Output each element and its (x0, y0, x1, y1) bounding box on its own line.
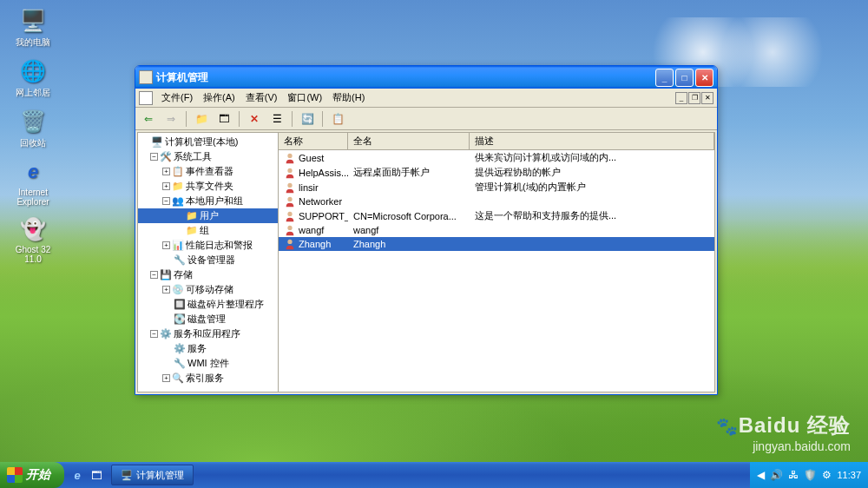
clock[interactable]: 11:37 (837, 470, 861, 480)
col-desc[interactable]: 描述 (470, 133, 714, 149)
task-label: 计算机管理 (136, 469, 184, 482)
tree-device-manager[interactable]: 🔧设备管理器 (138, 253, 278, 267)
expand-icon[interactable]: + (162, 241, 170, 249)
menu-help[interactable]: 帮助(H) (327, 89, 370, 106)
system-tray[interactable]: ◀ 🔊 🖧 🛡️ ⚙ 11:37 (750, 462, 868, 488)
users-list[interactable]: 名称 全名 描述 Guest供来宾访问计算机或访问域的内...HelpAssis… (279, 133, 714, 392)
ql-ie[interactable]: e (69, 466, 85, 484)
tree-defrag[interactable]: 🔲磁盘碎片整理程序 (138, 297, 278, 312)
collapse-icon[interactable]: − (162, 197, 170, 205)
tree-root[interactable]: 🖥️计算机管理(本地) (138, 135, 278, 149)
toolbar: ⇐ ⇒ 📁 🗔 ✕ ☰ 🔄 📋 (135, 108, 717, 130)
svg-point-2 (287, 182, 292, 187)
mdi-restore-button[interactable]: ❐ (688, 92, 700, 104)
properties-button[interactable]: ☰ (267, 109, 286, 129)
mdi-close-button[interactable]: ✕ (701, 92, 713, 104)
desktop-icon-recycle-bin[interactable]: 🗑️ 回收站 (7, 108, 59, 149)
export-button[interactable]: 📋 (328, 109, 347, 129)
tree-disk-management[interactable]: 💽磁盘管理 (138, 312, 278, 326)
taskbar-item-compmgmt[interactable]: 🖥️ 计算机管理 (111, 465, 194, 485)
user-row[interactable]: linsir管理计算机(域)的内置帐户 (279, 180, 714, 195)
tree-removable-storage[interactable]: +💿可移动存储 (138, 282, 278, 297)
expand-icon[interactable]: + (162, 168, 170, 175)
maximize-button[interactable]: □ (675, 69, 694, 87)
tree-indexing[interactable]: +🔍索引服务 (138, 371, 278, 386)
menu-view[interactable]: 查看(V) (240, 89, 283, 106)
titlebar[interactable]: 计算机管理 _ □ ✕ (135, 66, 717, 89)
windows-logo-icon (7, 467, 23, 483)
tree-wmi[interactable]: 🔧WMI 控件 (138, 356, 278, 371)
desktop-icon-ghost[interactable]: 👻 Ghost 32 11.0 (7, 215, 59, 264)
desktop-icon-label: 我的电脑 (7, 36, 59, 49)
tree-storage[interactable]: −💾存储 (138, 267, 278, 282)
col-name[interactable]: 名称 (279, 133, 348, 149)
collapse-icon[interactable]: − (150, 271, 158, 279)
up-button[interactable]: 📁 (192, 109, 211, 129)
task-icon: 🖥️ (121, 470, 133, 481)
removable-icon: 💿 (172, 284, 184, 296)
user-name: Zhangh (299, 239, 331, 249)
tray-icon[interactable]: ◀ (757, 469, 765, 481)
ghost-icon: 👻 (19, 215, 47, 243)
desktop-icon-label: Ghost 32 11.0 (7, 245, 59, 264)
console-tree[interactable]: 🖥️计算机管理(本地) −🛠️系统工具 +📋事件查看器 +📁共享文件夹 −👥本地… (138, 133, 279, 392)
menu-window[interactable]: 窗口(W) (282, 89, 327, 106)
mdi-system-icon[interactable] (139, 91, 153, 105)
expand-icon[interactable]: + (162, 374, 170, 382)
tree-users[interactable]: 📁用户 (138, 208, 278, 223)
tree-event-viewer[interactable]: +📋事件查看器 (138, 164, 278, 179)
user-name: HelpAssis... (299, 168, 348, 178)
quick-launch: e 🗔 (64, 466, 109, 484)
ie-icon: e (19, 158, 47, 186)
gear-icon: ⚙️ (174, 343, 186, 355)
user-row[interactable]: HelpAssis...远程桌面助手帐户提供远程协助的帐户 (279, 165, 714, 180)
window-title: 计算机管理 (156, 70, 654, 85)
tree-groups[interactable]: 📁组 (138, 223, 278, 238)
minimize-button[interactable]: _ (655, 69, 674, 87)
user-name: Networker (299, 196, 342, 207)
collapse-icon[interactable]: − (150, 153, 158, 161)
desktop-icon-label: 网上邻居 (7, 87, 59, 99)
mdi-minimize-button[interactable]: _ (675, 92, 687, 104)
tray-sound-icon[interactable]: 🔊 (770, 469, 783, 481)
desktop-icon-ie[interactable]: e Internet Explorer (7, 158, 59, 207)
tree-services-apps[interactable]: −⚙️服务和应用程序 (138, 326, 278, 341)
user-row[interactable]: Guest供来宾访问计算机或访问域的内... (279, 150, 714, 165)
forward-button[interactable]: ⇒ (161, 109, 181, 129)
svg-point-3 (287, 197, 292, 201)
menu-action[interactable]: 操作(A) (198, 89, 240, 106)
delete-button[interactable]: ✕ (245, 109, 264, 129)
user-row[interactable]: wangfwangf (279, 223, 714, 237)
collapse-icon[interactable]: − (150, 330, 158, 338)
tree-icon: 🗔 (219, 113, 229, 125)
user-desc: 这是一个帮助和支持服务的提供... (470, 208, 714, 223)
refresh-button[interactable]: 🔄 (298, 109, 317, 129)
tree-system-tools[interactable]: −🛠️系统工具 (138, 149, 278, 164)
svg-point-0 (287, 153, 292, 157)
svg-point-5 (287, 226, 292, 230)
tray-icon[interactable]: ⚙ (822, 469, 832, 481)
menu-file[interactable]: 文件(F) (156, 89, 198, 106)
col-fullname[interactable]: 全名 (348, 133, 470, 149)
tree-shared-folders[interactable]: +📁共享文件夹 (138, 179, 278, 194)
tree-local-users-groups[interactable]: −👥本地用户和组 (138, 194, 278, 208)
show-hide-tree-button[interactable]: 🗔 (214, 109, 233, 129)
user-name: Guest (299, 153, 324, 163)
desktop-icon-network[interactable]: 🌐 网上邻居 (7, 57, 59, 99)
desktop-icon-label: 回收站 (7, 137, 59, 149)
user-row[interactable]: Networker (279, 195, 714, 208)
tray-shield-icon[interactable]: 🛡️ (804, 469, 817, 481)
expand-icon[interactable]: + (162, 182, 170, 190)
user-row[interactable]: ZhanghZhangh (279, 237, 714, 251)
back-button[interactable]: ⇐ (139, 109, 158, 129)
ql-show-desktop[interactable]: 🗔 (89, 466, 104, 484)
close-button[interactable]: ✕ (695, 69, 713, 87)
start-button[interactable]: 开始 (0, 462, 64, 488)
user-row[interactable]: SUPPORT_3...CN=Microsoft Corpora...这是一个帮… (279, 208, 714, 223)
tree-perf-logs[interactable]: +📊性能日志和警报 (138, 238, 278, 253)
tray-network-icon[interactable]: 🖧 (788, 469, 799, 481)
expand-icon[interactable]: + (162, 286, 170, 293)
desktop-icon-my-computer[interactable]: 🖥️ 我的电脑 (7, 7, 59, 49)
tree-services[interactable]: ⚙️服务 (138, 341, 278, 356)
device-icon: 🔧 (174, 254, 186, 267)
